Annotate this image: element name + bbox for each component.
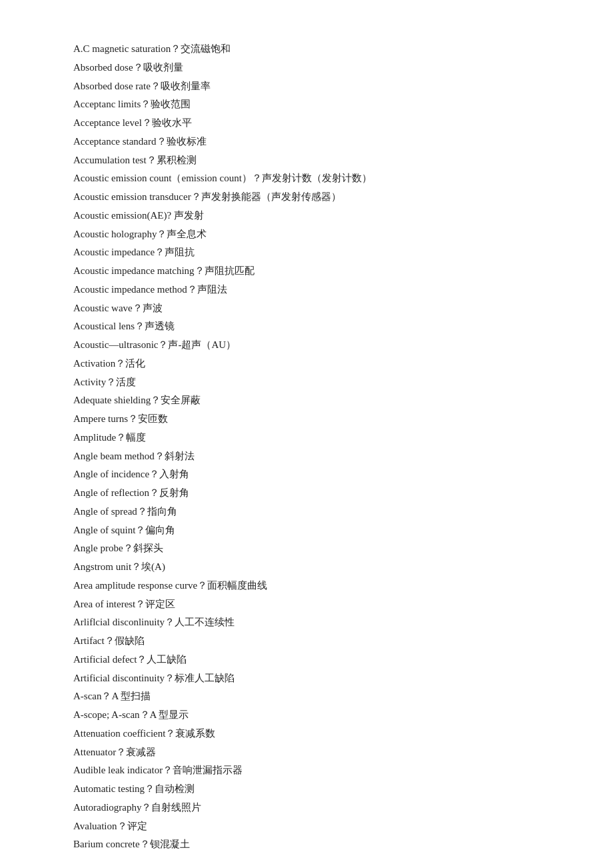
list-item: Attenuation coefficient？衰减系数 bbox=[73, 725, 546, 743]
list-item: Artificial discontinuity？标准人工缺陷 bbox=[73, 669, 546, 688]
list-item: Area of interest？评定区 bbox=[73, 595, 546, 614]
list-item: Accumulation test？累积检测 bbox=[73, 151, 546, 170]
list-item: Acoustic holography？声全息术 bbox=[73, 225, 546, 244]
list-item: A.C magnetic saturation？交流磁饱和 bbox=[73, 40, 546, 59]
list-item: Angstrom unit？埃(A) bbox=[73, 558, 546, 577]
list-item: Ampere turns？安匝数 bbox=[73, 410, 546, 429]
list-item: Acoustical lens？声透镜 bbox=[73, 317, 546, 336]
list-item: Angle of reflection？反射角 bbox=[73, 484, 546, 503]
list-item: Acoustic impedance method？声阻法 bbox=[73, 281, 546, 299]
list-item: Acoustic emission(AE)? 声发射 bbox=[73, 207, 546, 225]
list-item: Attenuator？衰减器 bbox=[73, 743, 546, 762]
list-item: Acceptance level？验收水平 bbox=[73, 114, 546, 133]
list-item: Avaluation？评定 bbox=[73, 817, 546, 836]
list-item: Artificial defect？人工缺陷 bbox=[73, 651, 546, 669]
list-item: Angle probe？斜探头 bbox=[73, 539, 546, 558]
list-item: Activity？活度 bbox=[73, 373, 546, 392]
list-item: Acceptance standard？验收标准 bbox=[73, 133, 546, 151]
list-item: Arliflcial disconlinuity？人工不连续性 bbox=[73, 613, 546, 632]
list-item: Absorbed dose？吸收剂量 bbox=[73, 59, 546, 77]
list-item: Barium concrete？钡混凝土 bbox=[73, 835, 546, 854]
list-item: Acoustic impedance matching？声阻抗匹配 bbox=[73, 262, 546, 281]
list-item: Angle beam method？斜射法 bbox=[73, 447, 546, 466]
list-item: Activation？活化 bbox=[73, 355, 546, 373]
list-item: Autoradiography？自射线照片 bbox=[73, 799, 546, 817]
list-item: Amplitude？幅度 bbox=[73, 429, 546, 447]
list-item: A-scope; A-scan？A 型显示 bbox=[73, 706, 546, 725]
list-item: Angle of spread？指向角 bbox=[73, 503, 546, 521]
list-item: Acceptanc limits？验收范围 bbox=[73, 95, 546, 114]
list-item: Acoustic emission transducer？声发射换能器（声发射传… bbox=[73, 188, 546, 207]
list-item: Acoustic wave？声波 bbox=[73, 299, 546, 318]
list-item: A-scan？A 型扫描 bbox=[73, 687, 546, 706]
list-item: Automatic testing？自动检测 bbox=[73, 780, 546, 799]
list-item: Acoustic—ultrasonic？声-超声（AU） bbox=[73, 336, 546, 355]
list-item: Angle of squint？偏向角 bbox=[73, 521, 546, 540]
list-item: Artifact？假缺陷 bbox=[73, 632, 546, 651]
list-item: Angle of incidence？入射角 bbox=[73, 465, 546, 484]
content-container: A.C magnetic saturation？交流磁饱和Absorbed do… bbox=[73, 40, 546, 854]
list-item: Acoustic emission count（emission count）？… bbox=[73, 169, 546, 188]
list-item: Adequate shielding？安全屏蔽 bbox=[73, 391, 546, 410]
list-item: Absorbed dose rate？吸收剂量率 bbox=[73, 77, 546, 96]
list-item: Audible leak indicator？音响泄漏指示器 bbox=[73, 761, 546, 780]
list-item: Area amplitude response curve？面积幅度曲线 bbox=[73, 577, 546, 595]
list-item: Acoustic impedance？声阻抗 bbox=[73, 243, 546, 262]
